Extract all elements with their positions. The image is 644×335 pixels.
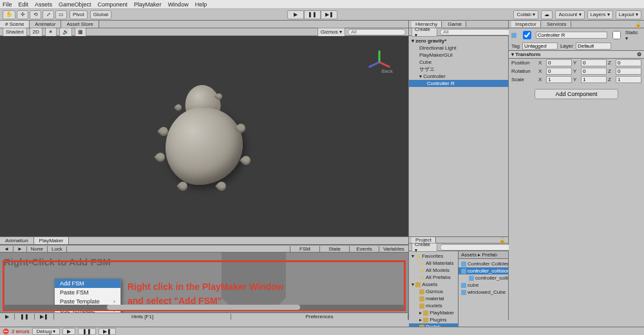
tab-game[interactable]: Game [444,21,466,27]
rotation-x-field[interactable] [546,68,572,75]
pm-nav-forward[interactable]: ► [14,246,27,252]
cloud-icon[interactable]: ☁ [541,10,553,19]
rotate-tool[interactable]: ⟲ [30,10,41,19]
project-asset-item[interactable]: Controller Collider [459,260,508,267]
tab-inspector[interactable]: Inspector [511,21,541,27]
playmaker-canvas[interactable]: Right-Click to Add FSM Add FSM Paste FSM… [0,253,408,312]
rotation-z-field[interactable] [616,68,641,75]
layers-dropdown[interactable]: Layers ▾ [587,10,613,19]
hierarchy-item-controller[interactable]: ▾ Controller [409,73,508,80]
status-step-button[interactable]: ▶❚ [99,328,116,335]
status-play-button[interactable]: ▶ [62,328,75,335]
project-folder[interactable]: material [409,295,458,302]
playmaker-h-scrollbar[interactable] [4,305,404,310]
shaded-dropdown[interactable]: Shaded [3,28,27,37]
project-asset-item[interactable]: controller_collision_test [459,267,508,274]
hierarchy-item[interactable]: PlayMakerGUI [409,52,508,59]
scene-effects-icon[interactable]: ▦ [75,28,86,37]
scene-audio-icon[interactable]: 🔊 [59,28,72,37]
gameobject-active-checkbox[interactable] [523,31,531,39]
hierarchy-scene-root[interactable]: ▾ zero gravity* [409,37,508,44]
menu-gameobject[interactable]: GameObject [59,1,91,8]
scale-tool[interactable]: ⤢ [43,10,54,19]
menu-component[interactable]: Component [98,1,128,8]
scale-x-field[interactable] [546,76,572,83]
project-breadcrumb[interactable]: Assets ▸ Prefab [459,251,508,259]
menu-assets[interactable]: Assets [35,1,52,8]
hierarchy-item[interactable]: サザエ [409,66,508,73]
hierarchy-item[interactable]: Cube [409,59,508,66]
menu-file[interactable]: File [3,1,12,8]
status-pause-button[interactable]: ❚❚ [78,328,96,335]
menu-help[interactable]: Help [195,1,207,8]
project-folder[interactable]: ▸ Plugins [409,316,458,323]
scale-z-field[interactable] [616,76,641,83]
position-y-field[interactable] [581,59,607,66]
project-asset-item[interactable]: controller_collision_L [459,274,508,282]
error-icon[interactable]: ⛔ [3,329,9,334]
tab-services[interactable]: Services [543,21,571,27]
project-assets-root[interactable]: ▾ Assets [409,281,458,288]
hierarchy-item-selected[interactable]: Controller R [409,80,508,87]
pm-nav-back[interactable]: ◄ [0,246,14,252]
menu-edit[interactable]: Edit [19,1,29,8]
pm-fsm-selector[interactable]: None [27,246,48,252]
play-button[interactable]: ▶ [287,10,304,19]
pm-tab-variables[interactable]: Variables [379,246,408,252]
position-z-field[interactable] [616,59,641,66]
project-fav-item[interactable]: All Prefabs [409,274,458,281]
pm-debug-step[interactable]: ▶❚ [35,314,54,320]
step-button[interactable]: ▶❚ [321,10,337,19]
project-folder[interactable]: ▸ PlayMaker [409,309,458,316]
menu-playmaker[interactable]: PlayMaker [134,1,162,8]
project-fav-item[interactable]: All Models [409,267,458,274]
toggle-2d[interactable]: 2D [30,28,43,37]
rect-tool[interactable]: ▭ [55,10,67,19]
pm-debug-pause[interactable]: ❚❚ [15,314,35,320]
component-gear-icon[interactable]: ⚙ [637,52,641,57]
pm-tab-events[interactable]: Events [349,246,379,252]
hierarchy-create-dropdown[interactable]: Create ▾ [412,28,437,37]
account-dropdown[interactable]: Account ▾ [555,10,584,19]
context-add-fsm[interactable]: Add FSM [55,279,120,288]
project-asset-item[interactable]: cube [459,282,508,289]
hierarchy-search-input[interactable] [440,29,514,35]
pm-tab-state[interactable]: State [319,246,349,252]
hierarchy-tree[interactable]: ▾ zero gravity* Directional Light PlayMa… [409,36,508,236]
scrollbar-thumb[interactable] [107,305,300,310]
rotation-y-field[interactable] [581,68,607,75]
pm-tab-fsm[interactable]: FSM [290,246,319,252]
layout-dropdown[interactable]: Layout ▾ [616,10,641,19]
add-component-button[interactable]: Add Component [535,89,618,99]
project-search-input[interactable] [440,244,514,251]
hand-tool[interactable]: ✋ [3,10,15,19]
static-dropdown[interactable]: Static ▾ [625,30,641,41]
project-content-list[interactable]: Assets ▸ Prefab Controller Collider cont… [459,251,508,332]
layer-dropdown[interactable] [576,43,611,50]
scene-light-icon[interactable]: ☀ [45,28,57,37]
scene-search-input[interactable] [348,29,406,35]
pm-lock-toggle[interactable]: Lock [48,246,67,252]
menu-window[interactable]: Window [168,1,189,8]
pm-debug-play[interactable]: ▶ [0,314,15,320]
project-asset-item[interactable]: windowed_Cube [459,289,508,296]
project-fav-item[interactable]: All Materials [409,260,458,267]
error-count[interactable]: 2 errors [12,329,30,334]
scale-y-field[interactable] [581,76,607,83]
hierarchy-item[interactable]: Directional Light [409,44,508,52]
collab-dropdown[interactable]: Collab ▾ [513,10,538,19]
tab-animator[interactable]: Animator [30,21,61,28]
debug-dropdown[interactable]: Debug ▾ [32,328,61,335]
static-checkbox[interactable] [612,31,621,39]
pm-prefs-button[interactable]: Preferences [231,314,408,320]
project-folder-tree[interactable]: ▾ Favorites All Materials All Models All… [409,251,459,332]
tab-playmaker[interactable]: PlayMaker [34,237,70,244]
context-paste-fsm[interactable]: Paste FSM [55,288,120,297]
inspector-lock-icon[interactable]: 🔒 [635,21,641,27]
tab-asset-store[interactable]: Asset Store [61,21,99,28]
scene-viewport[interactable]: Back [0,36,408,236]
project-lock-icon[interactable]: 🔒 [499,237,506,243]
project-folder[interactable]: models [409,302,458,309]
move-tool[interactable]: ✢ [17,10,28,19]
project-create-dropdown[interactable]: Create ▾ [412,243,437,252]
